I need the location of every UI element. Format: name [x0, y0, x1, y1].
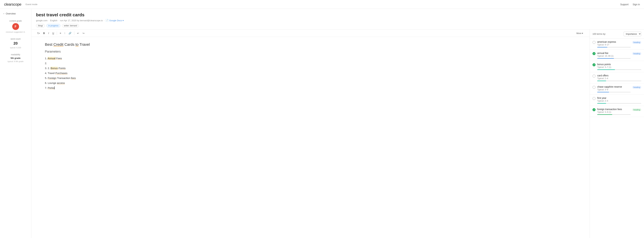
to-underline: to	[76, 42, 78, 47]
term-progress-fill	[597, 114, 612, 115]
google-docs-link[interactable]: 📄 Google Docs ▾	[106, 19, 124, 22]
term-progress-fill	[597, 103, 606, 104]
term-name: bonus points	[597, 63, 641, 66]
term-info: first year Typical: 2–4	[597, 97, 641, 104]
list-item: 4. Travel Purchases	[45, 71, 164, 76]
term-item: american express Typical: 9–27 heading	[590, 39, 644, 50]
term-checkbox[interactable]	[592, 97, 596, 100]
readability-typical: typical: 8-9th grade	[8, 60, 24, 62]
terms-count: 100 terms by:	[592, 33, 606, 35]
grade-circle: F	[12, 23, 19, 30]
term-progress-fill	[597, 81, 606, 81]
terms-sort-select[interactable]: Importance	[624, 32, 641, 36]
term-checkbox[interactable]	[592, 86, 596, 89]
term-badge: heading	[632, 108, 641, 111]
paragraph-button[interactable]: ¶▾	[36, 31, 41, 35]
credit-underline: Credit	[54, 42, 64, 47]
meta-lang: English	[50, 19, 58, 22]
term-checkbox[interactable]	[592, 63, 596, 66]
term-progress-bar	[597, 58, 630, 59]
sign-in-link[interactable]: Sign in	[632, 3, 640, 6]
term-name: foreign transaction fees	[597, 108, 630, 111]
page-meta: google.com · English · run Apr 17, 2020 …	[36, 19, 639, 22]
support-link[interactable]: Support	[620, 3, 628, 6]
italic-button[interactable]: I	[47, 31, 50, 35]
toolbar-separator-2	[74, 32, 74, 35]
text-cursor	[54, 86, 54, 89]
term-progress-bar	[597, 81, 641, 81]
term-name: annual fee	[597, 52, 630, 55]
tag-blog: /blog/	[36, 24, 45, 27]
minimum-suggested: minimum suggested: A-	[6, 31, 25, 33]
term-progress-bar	[597, 103, 641, 104]
sidebar: ← Overview content grade F minimum sugge…	[0, 9, 31, 238]
undo-button[interactable]: ↩	[76, 31, 80, 35]
term-progress-bar	[597, 114, 630, 115]
term-progress-fill	[597, 92, 609, 92]
term-progress-fill	[597, 58, 614, 59]
editor-container: ¶▾ B I U ≡ ⁝	[31, 30, 590, 238]
tags-row: /blog/ in progress writer: bernard	[36, 24, 639, 30]
bold-button[interactable]: B	[42, 31, 46, 35]
term-item: annual fee Typical: 16–48 (1) heading	[590, 50, 644, 61]
docs-chevron-icon: ▾	[122, 19, 124, 22]
meta-run: run Apr 17, 2020 by bernard@clearscope.i…	[60, 19, 103, 22]
top-navigation: clearscope Guest mode Support Sign in	[0, 0, 644, 9]
logo: clearscope	[4, 2, 21, 7]
document-heading2: Parameters	[45, 50, 164, 53]
list-item: 7. Perks	[45, 85, 164, 90]
list-item: 3. 2. Bonus Points	[45, 66, 164, 71]
meta-site: google.com	[36, 19, 48, 22]
document-list: 1. Annual Fees 2. 3. 2. Bonus Points 4. …	[45, 56, 164, 90]
term-typical: Typical: 9–27	[597, 44, 630, 46]
unordered-list-button[interactable]: ⁝	[63, 31, 66, 35]
terms-header: 100 terms by: Importance	[590, 30, 644, 39]
term-info: american express Typical: 9–27	[597, 41, 630, 48]
link-button[interactable]: 🔗	[67, 31, 73, 35]
editor-toolbar: ¶▾ B I U ≡ ⁝	[31, 30, 590, 37]
redo-button[interactable]: ↪	[81, 31, 86, 35]
grade-letter: F	[14, 25, 16, 29]
term-progress-bar	[597, 92, 630, 92]
term-name: chase sapphire reserve	[597, 85, 630, 88]
ordered-list-button[interactable]: ≡	[58, 31, 62, 35]
more-button[interactable]: More ▾	[575, 31, 585, 35]
content-header: best travel credit cards google.com · En…	[31, 9, 644, 30]
main-layout: ← Overview content grade F minimum sugge…	[0, 9, 644, 238]
term-badge: heading	[632, 86, 641, 89]
editor-scroll-area[interactable]: Best Credit Cards to Travel Parameters 1…	[31, 37, 590, 238]
terms-panel: 100 terms by: Importance american expres…	[590, 30, 644, 238]
word-count-section: word count 20 typical: 6,530	[3, 38, 28, 49]
term-progress-fill	[597, 47, 607, 48]
list-item: 5. Foreign Transaction fees	[45, 76, 164, 81]
term-progress-fill	[597, 69, 615, 70]
more-chevron-icon: ▾	[582, 32, 583, 35]
term-typical: Typical: 3–9	[597, 88, 630, 91]
more-label: More	[576, 32, 582, 35]
terms-list: american express Typical: 9–27 heading a…	[590, 39, 644, 238]
term-checkbox[interactable]	[592, 52, 596, 55]
term-item: card offers Typical: 2–4	[590, 72, 644, 83]
word-count-typical: typical: 6,530	[10, 47, 21, 49]
term-info: foreign transaction fees Typical: 3–9 (1…	[597, 108, 630, 115]
term-name: first year	[597, 97, 641, 99]
tag-status: in progress	[46, 24, 60, 27]
readability-label: readability	[11, 53, 20, 56]
underline-button[interactable]: U	[51, 31, 56, 35]
term-checkbox[interactable]	[592, 41, 596, 44]
guest-mode-label: Guest mode	[25, 3, 38, 6]
toolbar-separator-1	[57, 32, 57, 35]
overview-link[interactable]: ← Overview	[3, 12, 28, 15]
term-item: chase sapphire reserve Typical: 3–9 head…	[590, 83, 644, 95]
editor-terms-container: ¶▾ B I U ≡ ⁝	[31, 30, 644, 238]
term-name: american express	[597, 41, 630, 43]
term-checkbox[interactable]	[592, 108, 596, 111]
content-grade-section: content grade F minimum suggested: A-	[3, 20, 28, 33]
readability-section: readability 5th grade typical: 8-9th gra…	[3, 53, 28, 62]
term-checkbox[interactable]	[592, 75, 596, 78]
word-count-value: 20	[14, 41, 18, 46]
term-typical: Typical: 16–48 (1)	[597, 55, 630, 57]
term-item: first year Typical: 2–4	[590, 95, 644, 106]
tag-writer: writer: bernard	[62, 24, 79, 27]
editor-content: Best Credit Cards to Travel Parameters 1…	[45, 42, 164, 90]
